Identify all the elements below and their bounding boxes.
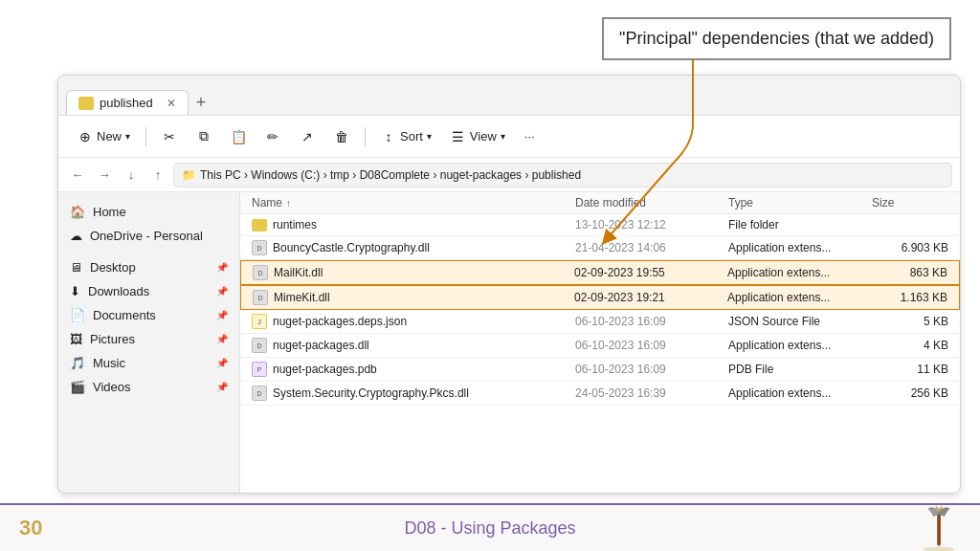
file-name-cell: D MailKit.dll <box>253 265 574 280</box>
file-name-cell: D MimeKit.dll <box>253 290 574 305</box>
sidebar-videos-label: Videos <box>93 380 131 394</box>
view-chevron: ▾ <box>501 131 505 142</box>
sidebar-item-documents[interactable]: 📄 Documents 📌 <box>58 303 239 327</box>
sidebar-item-onedrive[interactable]: ☁ OneDrive - Personal <box>58 224 239 248</box>
col-size[interactable]: Size <box>872 196 948 209</box>
sidebar-onedrive-label: OneDrive - Personal <box>90 229 203 243</box>
dll-icon: D <box>252 386 267 401</box>
file-name-text: nuget-packages.dll <box>273 339 369 352</box>
file-size-cell: 6.903 KB <box>872 241 948 254</box>
sidebar-music-label: Music <box>93 356 125 370</box>
sort-label: Sort <box>400 129 423 143</box>
pin-icon-music: 📌 <box>216 358 228 368</box>
table-row[interactable]: D nuget-packages.dll 06-10-2023 16:09 Ap… <box>240 334 960 358</box>
up-button[interactable]: ↑ <box>146 164 169 187</box>
table-row[interactable]: D System.Security.Cryptography.Pkcs.dll … <box>240 382 960 406</box>
share-icon: ↗ <box>300 129 315 144</box>
dll-icon: D <box>253 265 268 280</box>
file-size-cell: 11 KB <box>872 363 948 376</box>
file-size-cell: 863 KB <box>871 266 947 279</box>
callout-arrow <box>588 48 702 258</box>
main-area: 🏠 Home ☁ OneDrive - Personal 🖥 Desktop 📌… <box>58 192 960 493</box>
cloud-icon: ☁ <box>70 229 82 243</box>
tab-label: published <box>100 96 153 110</box>
view-button[interactable]: ☰ View ▾ <box>443 125 513 148</box>
sidebar-documents-label: Documents <box>93 308 156 322</box>
copy-button[interactable]: ⧉ <box>189 125 219 148</box>
new-label: New <box>97 129 122 143</box>
col-name[interactable]: Name ↑ <box>252 196 575 209</box>
separator-1 <box>145 127 146 146</box>
file-name-text: MailKit.dll <box>274 266 323 279</box>
view-label: View <box>470 129 497 143</box>
view-icon: ☰ <box>451 129 466 144</box>
pin-icon-documents: 📌 <box>216 310 228 320</box>
file-type-cell: JSON Source File <box>728 315 872 328</box>
tab-close-button[interactable]: ✕ <box>167 97 176 110</box>
callout-text: "Principal" dependencies (that we added) <box>619 29 934 48</box>
col-name-label: Name <box>252 196 282 209</box>
file-type-cell: Application extens... <box>728 386 872 400</box>
rename-button[interactable]: ✏ <box>257 125 288 148</box>
col-type[interactable]: Type <box>728 196 872 209</box>
file-name-cell: D System.Security.Cryptography.Pkcs.dll <box>252 386 575 401</box>
sidebar-downloads-label: Downloads <box>88 284 149 298</box>
documents-icon: 📄 <box>70 308 85 322</box>
file-type-cell: Application extens... <box>728 339 872 352</box>
file-name-text: MimeKit.dll <box>274 291 330 304</box>
rename-icon: ✏ <box>265 129 280 144</box>
sort-button[interactable]: ↕ Sort ▾ <box>373 125 439 148</box>
new-tab-button[interactable]: + <box>196 93 207 113</box>
file-name-text: nuget-packages.pdb <box>273 363 377 376</box>
file-name-text: System.Security.Cryptography.Pkcs.dll <box>273 386 469 400</box>
file-date-cell: 24-05-2023 16:39 <box>575 386 728 400</box>
music-icon: 🎵 <box>70 356 85 370</box>
pictures-icon: 🖼 <box>70 332 82 346</box>
share-button[interactable]: ↗ <box>292 125 323 148</box>
table-row[interactable]: D MailKit.dll 02-09-2023 19:55 Applicati… <box>240 260 960 285</box>
svg-point-0 <box>924 547 955 551</box>
sidebar-pictures-label: Pictures <box>90 332 135 346</box>
folder-tab-icon <box>78 97 94 110</box>
paste-icon: 📋 <box>231 129 246 144</box>
file-name-cell: D BouncyCastle.Cryptography.dll <box>252 240 575 255</box>
bottom-bar: 30 D08 - Using Packages <box>0 503 980 551</box>
page-number: 30 <box>19 516 42 540</box>
more-label: ··· <box>524 129 535 143</box>
new-button[interactable]: ⊕ New ▾ <box>70 125 138 148</box>
dll-icon: D <box>252 240 267 255</box>
new-icon: ⊕ <box>78 129 93 144</box>
copy-icon: ⧉ <box>196 129 212 144</box>
desktop-icon: 🖥 <box>70 260 82 275</box>
pin-icon-downloads: 📌 <box>216 286 228 297</box>
more-button[interactable]: ··· <box>517 125 543 147</box>
sidebar-desktop-label: Desktop <box>90 260 136 275</box>
col-size-label: Size <box>872 196 894 209</box>
table-row[interactable]: D MimeKit.dll 02-09-2023 19:21 Applicati… <box>240 285 960 310</box>
back-button[interactable]: ← <box>66 164 89 187</box>
delete-button[interactable]: 🗑 <box>326 125 357 148</box>
paste-button[interactable]: 📋 <box>223 125 254 148</box>
sidebar-item-music[interactable]: 🎵 Music 📌 <box>58 351 239 375</box>
sidebar-item-desktop[interactable]: 🖥 Desktop 📌 <box>58 255 239 279</box>
table-row[interactable]: P nuget-packages.pdb 06-10-2023 16:09 PD… <box>240 358 960 382</box>
json-icon: J <box>252 314 267 329</box>
callout-box: "Principal" dependencies (that we added) <box>602 17 951 60</box>
new-chevron: ▾ <box>125 131 130 142</box>
sidebar-item-pictures[interactable]: 🖼 Pictures 📌 <box>58 327 239 351</box>
forward-button[interactable]: → <box>93 164 116 187</box>
table-row[interactable]: J nuget-packages.deps.json 06-10-2023 16… <box>240 310 960 334</box>
down-button[interactable]: ↓ <box>120 164 143 187</box>
file-size-cell: 4 KB <box>872 339 948 352</box>
sidebar-item-home[interactable]: 🏠 Home <box>58 200 239 224</box>
explorer-tab[interactable]: published ✕ <box>66 90 189 115</box>
sidebar-home-label: Home <box>93 205 126 219</box>
logo-icon <box>918 504 961 551</box>
address-path-bar[interactable]: 📁 This PC › Windows (C:) › tmp › D08Comp… <box>173 163 952 187</box>
delete-icon: 🗑 <box>334 129 349 144</box>
sidebar-item-videos[interactable]: 🎬 Videos 📌 <box>58 375 239 399</box>
cut-button[interactable]: ✂ <box>154 125 185 148</box>
sidebar-item-downloads[interactable]: ⬇ Downloads 📌 <box>58 279 239 303</box>
sidebar: 🏠 Home ☁ OneDrive - Personal 🖥 Desktop 📌… <box>58 192 240 493</box>
file-size-cell: 256 KB <box>872 386 948 400</box>
